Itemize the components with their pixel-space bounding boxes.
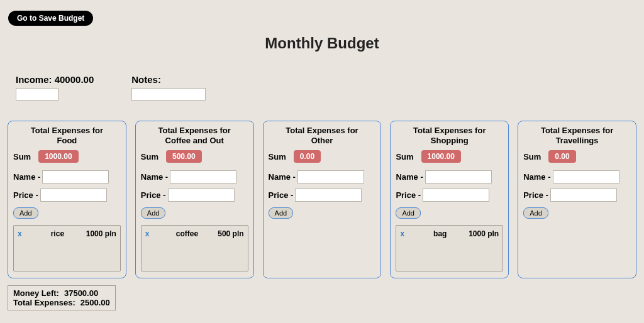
name-row: Name - [141, 170, 248, 183]
item-name: bag [411, 229, 469, 238]
name-input[interactable] [553, 170, 619, 183]
page-title: Monthly Budget [0, 0, 644, 52]
price-input[interactable] [168, 189, 235, 202]
items-box: xcoffee500 pln [141, 225, 248, 271]
sum-label: Sum [141, 152, 158, 162]
price-input[interactable] [40, 189, 107, 202]
expense-card: Total Expenses forTravellingsSum0.00Name… [518, 121, 636, 278]
notes-input[interactable] [131, 88, 206, 101]
item-row: xbag1000 pln [400, 228, 499, 239]
sum-value: 0.00 [548, 150, 575, 163]
sum-row: Sum0.00 [269, 150, 376, 163]
card-title: Total Expenses forShopping [396, 126, 503, 145]
name-row: Name - [523, 170, 631, 183]
name-row: Name - [396, 170, 503, 183]
name-label: Name - [269, 172, 296, 182]
go-to-save-budget-button[interactable]: Go to Save Budget [8, 11, 93, 26]
card-title: Total Expenses forOther [269, 126, 376, 145]
sum-label: Sum [396, 152, 413, 162]
money-left-label: Money Left: [13, 288, 59, 298]
item-name: rice [29, 229, 86, 238]
notes-block: Notes: [131, 74, 206, 101]
meta-row: Income: 40000.00 Notes: [0, 52, 644, 101]
price-label: Price - [269, 190, 294, 200]
income-label: Income: 40000.00 [16, 74, 94, 85]
price-label: Price - [141, 190, 166, 200]
name-input[interactable] [297, 170, 364, 183]
price-label: Price - [13, 190, 38, 200]
delete-item-icon[interactable]: x [18, 229, 29, 238]
expense-card: Total Expenses forCoffee and OutSum500.0… [135, 121, 254, 278]
add-button[interactable]: Add [523, 207, 548, 219]
summary-box: Money Left: 37500.00 Total Expenses: 250… [8, 285, 116, 310]
card-title: Total Expenses forTravellings [523, 126, 631, 145]
sum-row: Sum0.00 [523, 150, 631, 163]
sum-value: 1000.00 [38, 150, 78, 163]
price-label: Price - [396, 190, 421, 200]
price-input[interactable] [295, 189, 362, 202]
price-row: Price - [396, 189, 503, 202]
price-row: Price - [269, 189, 376, 202]
price-label: Price - [523, 190, 548, 200]
sum-label: Sum [269, 152, 286, 162]
expense-card: Total Expenses forOtherSum0.00Name -Pric… [263, 121, 382, 278]
add-button[interactable]: Add [269, 207, 294, 219]
sum-label: Sum [13, 152, 31, 162]
item-row: xcoffee500 pln [145, 228, 244, 239]
price-row: Price - [523, 189, 631, 202]
price-row: Price - [13, 189, 121, 202]
money-left-value: 37500.00 [64, 288, 98, 298]
name-input[interactable] [170, 170, 236, 183]
item-row: xrice1000 pln [18, 228, 116, 239]
total-expenses-label: Total Expenses: [13, 298, 75, 307]
sum-row: Sum1000.00 [13, 150, 121, 163]
total-expenses-value: 2500.00 [80, 298, 110, 307]
price-input[interactable] [550, 189, 617, 202]
price-row: Price - [141, 189, 248, 202]
name-row: Name - [13, 170, 121, 183]
delete-item-icon[interactable]: x [145, 229, 157, 238]
name-row: Name - [269, 170, 376, 183]
sum-value: 1000.00 [421, 150, 461, 163]
notes-label: Notes: [131, 74, 206, 85]
card-title: Total Expenses forCoffee and Out [141, 126, 248, 145]
expense-card: Total Expenses forFoodSum1000.00Name -Pr… [8, 121, 126, 278]
item-price: 1000 pln [86, 229, 116, 238]
name-label: Name - [13, 172, 40, 182]
name-label: Name - [141, 172, 168, 182]
item-price: 1000 pln [469, 229, 499, 238]
add-button[interactable]: Add [13, 207, 38, 219]
expense-card: Total Expenses forShoppingSum1000.00Name… [390, 121, 509, 278]
items-box: xbag1000 pln [396, 225, 503, 271]
sum-row: Sum1000.00 [396, 150, 503, 163]
add-button[interactable]: Add [141, 207, 166, 219]
name-input[interactable] [42, 170, 109, 183]
sum-label: Sum [523, 152, 541, 162]
name-label: Name - [396, 172, 423, 182]
delete-item-icon[interactable]: x [400, 229, 411, 238]
item-price: 500 pln [218, 229, 243, 238]
card-title: Total Expenses forFood [13, 126, 121, 145]
income-input[interactable] [16, 88, 58, 101]
sum-row: Sum500.00 [141, 150, 248, 163]
name-input[interactable] [425, 170, 492, 183]
name-label: Name - [523, 172, 550, 182]
cards-container: Total Expenses forFoodSum1000.00Name -Pr… [0, 101, 644, 278]
sum-value: 0.00 [294, 150, 321, 163]
item-name: coffee [157, 229, 218, 238]
items-box: xrice1000 pln [13, 225, 121, 271]
income-block: Income: 40000.00 [16, 74, 94, 101]
sum-value: 500.00 [166, 150, 202, 163]
add-button[interactable]: Add [396, 207, 421, 219]
price-input[interactable] [423, 189, 489, 202]
